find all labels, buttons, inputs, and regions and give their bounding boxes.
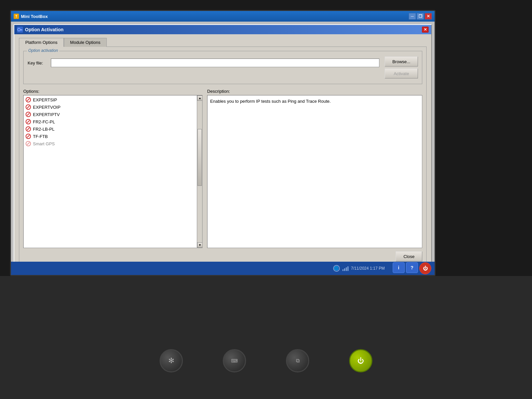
dialog-body: Platform Options Module Options Option a…	[14, 34, 431, 269]
dialog-titlebar: Option Activation ✕	[14, 25, 431, 34]
scroll-up-button[interactable]: ▲	[197, 95, 202, 101]
description-text: Enables you to perform IP tests such as …	[210, 99, 331, 104]
keyboard-icon: ⌨	[231, 358, 238, 363]
blocked-icon	[26, 112, 31, 117]
list-item[interactable]: FR2-LB-PL	[24, 125, 197, 133]
signal-bar-2	[344, 268, 345, 271]
svg-rect-2	[22, 30, 22, 31]
options-section: Options: EXPERTSIP	[23, 89, 422, 248]
copy-button[interactable]: ⧉	[286, 349, 309, 372]
signal-bar-4	[347, 266, 348, 271]
scroll-track	[197, 101, 202, 242]
minimize-icon: ─	[411, 14, 414, 19]
scroll-up-icon: ▲	[199, 96, 201, 100]
dialog-close-icon: ✕	[424, 27, 427, 32]
signal-bar-3	[346, 267, 347, 271]
options-left: Options: EXPERTSIP	[23, 89, 202, 248]
signal-bars	[342, 266, 348, 271]
options-list-wrapper: EXPERTSIP EXPERTVOIP EXPER	[23, 95, 202, 248]
status-info: 🌐 7/11/2024 1:17 PM	[333, 265, 385, 272]
activate-button[interactable]: Activate	[385, 68, 418, 78]
svg-point-0	[18, 28, 20, 31]
list-item[interactable]: EXPERTVOIP	[24, 103, 197, 111]
close-icon: ✕	[427, 14, 430, 19]
signal-bar-1	[342, 269, 343, 271]
list-item[interactable]: FR2-FC-PL	[24, 118, 197, 125]
key-file-label: Key file:	[28, 61, 48, 66]
sun-button[interactable]: ✻	[160, 349, 183, 372]
blocked-icon	[26, 97, 31, 102]
status-bar: 🌐 7/11/2024 1:17 PM i ? ⏻	[11, 262, 435, 275]
restore-button[interactable]: ❐	[417, 13, 424, 20]
minimize-button[interactable]: ─	[409, 13, 416, 20]
close-dialog-button[interactable]: Close	[396, 251, 422, 261]
keyboard-button[interactable]: ⌨	[223, 349, 246, 372]
dialog-icon	[17, 27, 23, 33]
tab-platform-options[interactable]: Platform Options	[19, 38, 64, 47]
description-right: Description: Enables you to perform IP t…	[207, 89, 422, 248]
title-bar-content: T Mini ToolBox	[14, 14, 409, 19]
scroll-down-button[interactable]: ▼	[197, 242, 202, 248]
blocked-icon	[26, 119, 31, 124]
list-item[interactable]: EXPERTIPTV	[24, 111, 197, 118]
option-activation-dialog: Option Activation ✕ Platform Options Mod…	[14, 24, 432, 270]
globe-icon: 🌐	[333, 265, 340, 272]
screen: T Mini ToolBox ─ ❐ ✕	[10, 10, 436, 276]
copy-icon: ⧉	[296, 358, 300, 364]
status-buttons: i ? ⏻	[393, 262, 431, 274]
options-scroll-content: EXPERTSIP EXPERTVOIP EXPER	[24, 95, 197, 248]
info-button[interactable]: i	[393, 262, 405, 273]
svg-rect-3	[21, 30, 21, 31]
options-label: Options:	[23, 89, 202, 94]
svg-rect-1	[20, 29, 22, 30]
options-list: EXPERTSIP EXPERTVOIP EXPER	[24, 95, 197, 148]
dialog-close-button[interactable]: ✕	[422, 27, 429, 33]
blocked-icon	[26, 126, 31, 132]
app-title: Mini ToolBox	[21, 14, 48, 19]
blocked-icon	[26, 141, 31, 146]
help-button[interactable]: ?	[406, 262, 418, 273]
tab-module-options[interactable]: Module Options	[64, 38, 107, 47]
options-scrollbar: ▲ ▼	[197, 95, 202, 248]
app-icon: T	[14, 14, 19, 19]
sun-icon: ✻	[168, 356, 174, 365]
power-icon: ⏻	[423, 266, 428, 271]
dialog-titlebar-left: Option Activation	[17, 27, 422, 33]
tabs-bar: Platform Options Module Options	[19, 38, 427, 47]
scroll-down-icon: ▼	[199, 243, 201, 247]
help-icon: ?	[411, 265, 414, 270]
datetime: 7/11/2024 1:17 PM	[351, 266, 385, 271]
dialog-title: Option Activation	[25, 27, 64, 32]
tab-content-platform: Option activation Key file:	[19, 47, 427, 266]
close-button[interactable]: ✕	[425, 13, 432, 20]
info-icon: i	[398, 265, 399, 270]
key-file-row: Key file:	[28, 59, 379, 67]
power-button[interactable]: ⏻	[419, 262, 431, 274]
description-box: Enables you to perform IP tests such as …	[207, 95, 422, 248]
blocked-icon	[26, 134, 31, 139]
dialog-area: Option Activation ✕ Platform Options Mod…	[11, 22, 435, 275]
device-power-button[interactable]: ⏻	[349, 349, 372, 372]
list-item[interactable]: Smart GPS	[24, 140, 197, 147]
action-buttons: Browse... Activate	[385, 57, 418, 78]
physical-area: ✻ ⌨ ⧉ ⏻	[0, 276, 532, 399]
restore-icon: ❐	[419, 14, 422, 19]
list-item[interactable]: TF-FTB	[24, 133, 197, 140]
key-file-input[interactable]	[51, 59, 379, 67]
list-item[interactable]: EXPERTSIP	[24, 96, 197, 103]
description-label: Description:	[207, 89, 422, 94]
dialog-footer: Close	[23, 248, 422, 261]
title-bar: T Mini ToolBox ─ ❐ ✕	[11, 11, 435, 22]
browse-button[interactable]: Browse...	[385, 57, 418, 66]
scroll-thumb[interactable]	[198, 129, 202, 186]
group-box-label: Option activation	[27, 48, 59, 53]
option-activation-group: Option activation Key file:	[23, 51, 422, 84]
blocked-icon	[26, 104, 31, 110]
title-buttons: ─ ❐ ✕	[409, 13, 432, 20]
key-icon	[17, 27, 23, 32]
device-power-icon: ⏻	[357, 357, 364, 365]
